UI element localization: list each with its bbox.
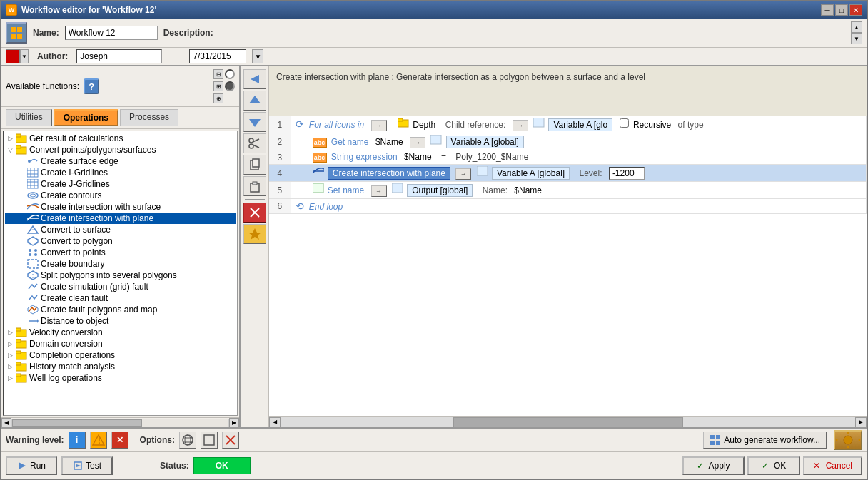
gear-icon-btn[interactable] bbox=[834, 430, 862, 450]
tree-item-distance[interactable]: Distance to object bbox=[5, 315, 236, 327]
tab-utilities[interactable]: Utilities bbox=[6, 109, 52, 126]
name-input[interactable] bbox=[65, 26, 158, 40]
tree-item-well-log[interactable]: ▷ Well log operations bbox=[5, 372, 236, 384]
move-up-button[interactable] bbox=[243, 91, 266, 111]
scissors-button[interactable] bbox=[243, 133, 266, 153]
tree-item-simulation-fault[interactable]: Create simulation (grid) fault bbox=[5, 281, 236, 292]
date-dropdown[interactable]: ▼ bbox=[252, 49, 263, 63]
color-swatch[interactable] bbox=[6, 49, 20, 63]
auto-generate-btn[interactable]: Auto generate workflow... bbox=[703, 432, 827, 449]
workflow-hscroll: ◀ ▶ bbox=[269, 416, 867, 427]
recursive-checkbox[interactable] bbox=[620, 118, 629, 128]
tree-expand-all[interactable]: ⊞ bbox=[213, 81, 223, 91]
cancel-button[interactable]: ✕ Cancel bbox=[803, 456, 862, 475]
help-button[interactable]: ? bbox=[84, 78, 99, 94]
color-arrow[interactable]: ▼ bbox=[20, 49, 29, 63]
apply-button[interactable]: ✓ Apply bbox=[682, 456, 745, 475]
hscroll-right[interactable]: ▶ bbox=[229, 418, 239, 428]
run-button[interactable]: Run bbox=[6, 456, 57, 475]
tab-operations[interactable]: Operations bbox=[54, 109, 118, 126]
hscroll-left[interactable]: ◀ bbox=[1, 418, 11, 428]
tree-item-convert-points[interactable]: Convert to points bbox=[5, 247, 236, 258]
tree-option-btn[interactable]: ⊕ bbox=[213, 93, 223, 103]
tree-item-surface-edge[interactable]: Create surface edge bbox=[5, 155, 236, 167]
table-row[interactable]: 4 Create intersection with plane → Varia… bbox=[269, 165, 867, 182]
workflow-area[interactable]: 1 ⟳ For all icons in → Depth Child refer… bbox=[269, 116, 867, 416]
author-input[interactable] bbox=[76, 49, 162, 63]
options-globe-btn[interactable] bbox=[179, 432, 196, 449]
maximize-button[interactable]: □ bbox=[835, 4, 848, 16]
expand-icon[interactable]: ▷ bbox=[6, 135, 14, 142]
svg-marker-45 bbox=[249, 119, 261, 127]
tree-item-completion[interactable]: ▷ Completion operations bbox=[5, 349, 236, 361]
tree-item-intersection-plane[interactable]: Create intersection with plane bbox=[5, 213, 236, 224]
tree-item-j-gridlines[interactable]: Create J-Gridlines bbox=[5, 178, 236, 190]
options-x-btn[interactable] bbox=[222, 432, 239, 449]
svg-marker-81 bbox=[76, 464, 81, 467]
delete-button[interactable] bbox=[243, 203, 266, 223]
author-label: Author: bbox=[37, 51, 68, 61]
test-button[interactable]: Test bbox=[61, 456, 113, 475]
tree-item-convert-pts[interactable]: ▽ Convert points/polygons/surfaces bbox=[5, 144, 236, 155]
hscroll-left-btn[interactable]: ◀ bbox=[269, 417, 281, 427]
tree-item-history[interactable]: ▷ History match analysis bbox=[5, 361, 236, 372]
info-icon-btn[interactable]: i bbox=[69, 432, 86, 449]
tree-item-contours[interactable]: Create contours bbox=[5, 190, 236, 201]
tree-item-intersection-surface[interactable]: Create intersection with surface bbox=[5, 201, 236, 213]
svg-rect-53 bbox=[253, 182, 257, 185]
tree-label: Create surface edge bbox=[41, 156, 118, 166]
create-intersection-plane-btn[interactable]: Create intersection with plane bbox=[328, 167, 450, 180]
date-input[interactable] bbox=[189, 49, 246, 63]
arrow-btn-row5[interactable]: → bbox=[371, 185, 387, 197]
radio-btn-1[interactable] bbox=[225, 69, 235, 79]
run-icon bbox=[17, 461, 27, 471]
move-down-button[interactable] bbox=[243, 112, 266, 132]
hscroll-right-btn[interactable]: ▶ bbox=[855, 417, 867, 427]
svg-rect-2 bbox=[11, 34, 16, 39]
scroll-up-btn[interactable]: ▲ bbox=[851, 21, 862, 33]
for-all-arrow[interactable]: → bbox=[371, 120, 387, 131]
tree-item-split-polygons[interactable]: Split polygons into several polygons bbox=[5, 270, 236, 281]
arrow-btn-row2[interactable]: → bbox=[410, 137, 425, 148]
tree-item-convert-surface[interactable]: Convert to surface bbox=[5, 224, 236, 235]
table-row[interactable]: 1 ⟳ For all icons in → Depth Child refer… bbox=[269, 116, 867, 133]
tree-item-i-gridlines[interactable]: Create I-Gridlines bbox=[5, 167, 236, 178]
svg-point-25 bbox=[29, 253, 31, 256]
options-square-btn[interactable] bbox=[201, 432, 218, 449]
tree-collapse-all[interactable]: ⊟ bbox=[213, 69, 223, 79]
table-row[interactable]: 2 abc Get name $Name → Variable A [globa… bbox=[269, 133, 867, 150]
child-ref-arrow[interactable]: → bbox=[513, 120, 528, 131]
minimize-button[interactable]: ─ bbox=[821, 4, 834, 16]
tree-item-get-result[interactable]: ▷ Get result of calculations bbox=[5, 133, 236, 144]
warning-icon-btn[interactable]: ! bbox=[90, 432, 107, 449]
arrow-btn-row4[interactable]: → bbox=[455, 168, 471, 180]
tree-item-velocity[interactable]: ▷ Velocity conversion bbox=[5, 327, 236, 338]
tree-label: Convert to points bbox=[41, 247, 106, 257]
tab-operations-label: Operations bbox=[64, 113, 108, 123]
tree-item-fault-polygons[interactable]: Create fault polygons and map bbox=[5, 304, 236, 315]
svg-text:!: ! bbox=[98, 436, 101, 446]
tree-item-clean-fault[interactable]: Create clean fault bbox=[5, 292, 236, 304]
scroll-down-btn[interactable]: ▼ bbox=[851, 33, 862, 44]
table-row[interactable]: 3 abc String expression $Name = Poly_120… bbox=[269, 150, 867, 165]
special-button[interactable] bbox=[243, 224, 266, 244]
paste-button[interactable] bbox=[243, 176, 266, 196]
tree-item-domain[interactable]: ▷ Domain conversion bbox=[5, 338, 236, 349]
tree-item-boundary[interactable]: Create boundary bbox=[5, 258, 236, 270]
intersection-surface-icon bbox=[27, 202, 39, 212]
level-input[interactable] bbox=[609, 167, 645, 180]
close-button[interactable]: ✕ bbox=[849, 4, 862, 16]
ok-button[interactable]: ✓ OK bbox=[747, 456, 801, 475]
hscroll-thumb[interactable] bbox=[453, 417, 683, 427]
workflow-icon bbox=[6, 22, 27, 44]
tab-processes[interactable]: Processes bbox=[120, 109, 178, 126]
copy-button[interactable] bbox=[243, 155, 266, 175]
error-icon-btn[interactable]: ✕ bbox=[111, 432, 128, 449]
table-row[interactable]: 6 ⟲ End loop bbox=[269, 199, 867, 214]
expand-icon[interactable]: ▽ bbox=[6, 146, 14, 153]
hscroll-thumb[interactable] bbox=[12, 419, 142, 427]
radio-btn-2[interactable] bbox=[225, 81, 235, 91]
insert-right-button[interactable] bbox=[243, 69, 266, 89]
tree-item-convert-polygon[interactable]: Convert to polygon bbox=[5, 235, 236, 247]
table-row[interactable]: 5 Set name → Output [global] Name: $Name bbox=[269, 182, 867, 199]
